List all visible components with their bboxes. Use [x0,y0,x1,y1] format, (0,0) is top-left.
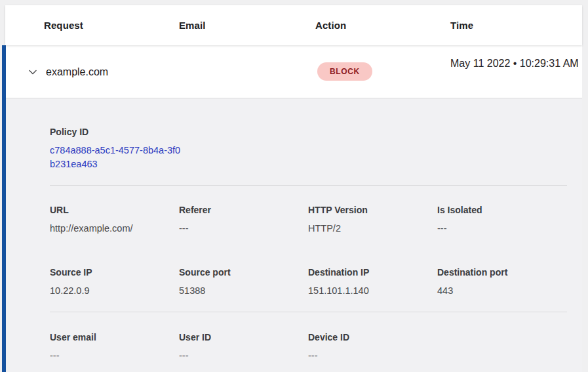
detail-cell-user-email: User email --- [50,331,179,362]
detail-cell-destination-port: Destination port 443 [437,266,566,297]
field-value: 443 [437,284,566,297]
detail-row-user: User email --- User ID --- Device ID --- [50,331,567,362]
field-value: HTTP/2 [308,222,437,235]
detail-cell-source-port: Source port 51388 [179,266,308,297]
action-badge-block: BLOCK [317,62,372,81]
field-label: Source port [179,266,308,279]
field-value: http://example.com/ [50,222,179,235]
field-value: --- [437,222,566,235]
column-header-request: Request [44,5,83,45]
detail-cell-is-isolated: Is Isolated --- [437,203,566,235]
field-label: HTTP Version [308,203,437,217]
table-row[interactable]: example.com BLOCK May 11 2022 • 10:29:31… [6,45,582,98]
divider [50,185,567,186]
detail-cell-url: URL http://example.com/ [50,203,179,235]
detail-cell-destination-ip: Destination IP 151.101.1.140 [308,266,437,297]
field-label: User email [50,331,179,344]
collapse-row-button[interactable] [24,64,41,81]
field-value: 10.22.0.9 [50,284,179,297]
field-value: 151.101.1.140 [308,284,437,297]
policy-id-label: Policy ID [50,125,567,138]
table-header: Request Email Action Time [5,5,582,45]
expanded-log-entry: example.com BLOCK May 11 2022 • 10:29:31… [2,45,582,372]
column-header-action: Action [315,5,346,45]
request-domain: example.com [46,45,108,98]
divider [50,312,567,312]
field-label: Destination port [437,266,566,279]
field-label: User ID [179,331,308,344]
detail-cell-source-ip: Source IP 10.22.0.9 [50,266,179,297]
request-time: May 11 2022 • 10:29:31 AM [450,56,579,72]
gateway-log-table: Request Email Action Time example.com BL… [0,0,588,372]
field-label: Is Isolated [437,203,566,217]
row-detail-panel: Policy ID c784a888-a5c1-4577-8b4a-3f0b23… [6,98,582,372]
field-label: URL [50,203,179,217]
detail-row-network: Source IP 10.22.0.9 Source port 51388 De… [50,266,567,297]
field-label: Source IP [50,266,179,279]
field-label: Referer [179,203,308,217]
field-label: Device ID [308,331,437,344]
column-header-email: Email [179,5,206,45]
field-label: Destination IP [308,266,437,279]
detail-cell-http-version: HTTP Version HTTP/2 [308,203,437,235]
detail-cell-user-id: User ID --- [179,331,308,362]
detail-row-http: URL http://example.com/ Referer --- HTTP… [50,203,567,235]
policy-id-link[interactable]: c784a888-a5c1-4577-8b4a-3f0b231ea463 [50,144,185,171]
field-value: --- [179,222,308,235]
chevron-down-icon [28,67,38,77]
field-value: 51388 [179,284,308,297]
field-value: --- [308,349,437,362]
column-header-time: Time [450,5,473,45]
detail-cell-referer: Referer --- [179,203,308,235]
field-value: --- [50,349,179,362]
field-value: --- [179,349,308,362]
detail-cell-device-id: Device ID --- [308,331,437,362]
